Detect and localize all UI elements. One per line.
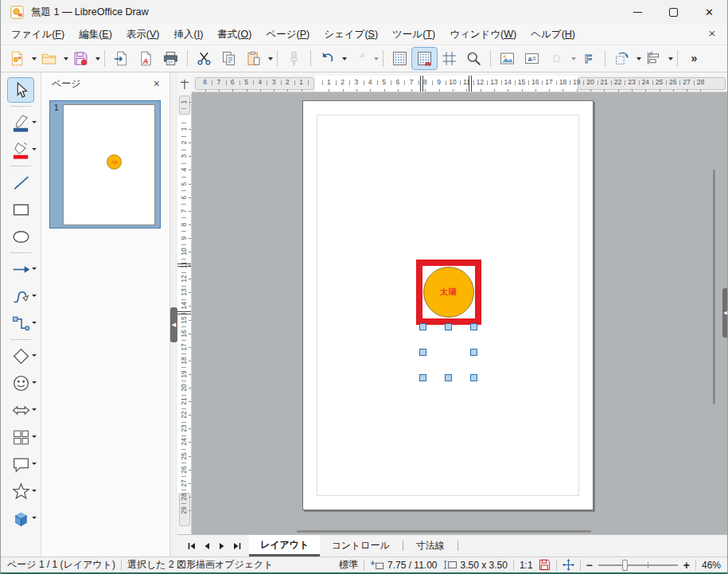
undo-button[interactable] bbox=[315, 48, 340, 69]
basic-shapes-tool[interactable] bbox=[2, 342, 39, 369]
menu-o[interactable]: 書式(O) bbox=[210, 25, 259, 44]
zoom-in-button[interactable]: + bbox=[683, 561, 690, 569]
selection-handle[interactable] bbox=[470, 323, 477, 330]
symbol-shapes-dropdown-arrow[interactable] bbox=[32, 381, 37, 384]
next-page-button[interactable] bbox=[214, 535, 229, 556]
open-button[interactable] bbox=[37, 48, 61, 69]
line-color-tool[interactable] bbox=[2, 109, 39, 136]
status-page-info[interactable]: ページ 1 / 1 (レイアウト) bbox=[7, 558, 115, 572]
selection-handle[interactable] bbox=[419, 374, 426, 381]
menu-v[interactable]: 表示(V) bbox=[119, 25, 167, 44]
print-button[interactable] bbox=[158, 48, 183, 69]
fill-color-tool[interactable] bbox=[2, 136, 39, 163]
insert-image-button[interactable] bbox=[495, 48, 520, 69]
select-tool[interactable] bbox=[2, 76, 39, 103]
selection-handle[interactable] bbox=[445, 374, 452, 381]
zoom-out-button[interactable]: − bbox=[586, 561, 593, 569]
horizontal-ruler[interactable]: 8765432112345678910111213141516171819202… bbox=[192, 76, 728, 92]
previous-page-button[interactable] bbox=[199, 535, 214, 556]
flowchart-tool[interactable] bbox=[2, 424, 39, 451]
block-arrows-dropdown-arrow[interactable] bbox=[32, 408, 37, 411]
page-thumbnail[interactable]: 1 太陽 bbox=[49, 100, 161, 228]
connectors-tool[interactable] bbox=[2, 310, 39, 337]
zoom-fit-page-button[interactable] bbox=[563, 559, 574, 571]
export-pdf-button[interactable]: A bbox=[134, 48, 158, 69]
rotate-button[interactable] bbox=[609, 48, 634, 69]
selection-handle[interactable] bbox=[419, 349, 426, 356]
align-button[interactable] bbox=[641, 48, 666, 69]
vertical-ruler[interactable]: 1123456789101112131415161718192021222324… bbox=[177, 94, 192, 533]
drawing-canvas[interactable]: 太陽 ◀ bbox=[192, 92, 728, 534]
paste-button[interactable] bbox=[241, 48, 266, 69]
callouts-tool[interactable] bbox=[2, 451, 39, 478]
insert-textbox-button[interactable]: A bbox=[520, 48, 544, 69]
new-document-button[interactable] bbox=[5, 48, 29, 69]
callouts-dropdown-arrow[interactable] bbox=[32, 463, 37, 465]
line-color-dropdown-arrow[interactable] bbox=[32, 121, 37, 123]
menu-e[interactable]: 編集(E) bbox=[72, 25, 119, 44]
document-modified-indicator[interactable] bbox=[539, 559, 551, 571]
3d-objects-dropdown-arrow[interactable] bbox=[32, 517, 37, 519]
menu-p[interactable]: ページ(P) bbox=[259, 25, 317, 44]
fontwork-button[interactable]: F bbox=[576, 48, 601, 69]
show-sidebar-handle[interactable]: ◀ bbox=[722, 288, 728, 338]
flowchart-dropdown-arrow[interactable] bbox=[32, 435, 37, 438]
status-scale[interactable]: 1:1 bbox=[520, 560, 533, 571]
menu-f[interactable]: ファイル(F) bbox=[4, 25, 72, 44]
redo-button[interactable] bbox=[347, 48, 372, 69]
insert-line-tool[interactable] bbox=[2, 169, 39, 196]
zoom-slider[interactable] bbox=[598, 560, 678, 571]
menu-t[interactable]: ツール(T) bbox=[385, 25, 442, 44]
basic-shapes-dropdown-arrow[interactable] bbox=[32, 354, 37, 357]
copy-button[interactable] bbox=[216, 48, 241, 69]
fill-color-dropdown-arrow[interactable] bbox=[32, 148, 37, 150]
stars-and-banners-tool[interactable] bbox=[2, 478, 39, 505]
maximize-button[interactable] bbox=[656, 0, 691, 24]
export-button[interactable] bbox=[109, 48, 134, 69]
helplines-button[interactable] bbox=[437, 48, 461, 69]
block-arrows-tool[interactable] bbox=[2, 396, 39, 424]
selection-handle[interactable] bbox=[445, 323, 452, 330]
more-toolbar-options-button[interactable]: » bbox=[682, 48, 707, 69]
tab-dimension-lines[interactable]: 寸法線 bbox=[405, 535, 456, 556]
hide-panel-handle[interactable]: ◀ bbox=[170, 307, 177, 342]
close-button[interactable]: ✕ bbox=[691, 0, 727, 24]
save-button[interactable] bbox=[68, 48, 93, 69]
stars-and-banners-dropdown-arrow[interactable] bbox=[32, 490, 37, 492]
sun-circle-shape[interactable]: 太陽 bbox=[423, 267, 474, 318]
connectors-dropdown-arrow[interactable] bbox=[32, 322, 37, 324]
save-dropdown-arrow[interactable] bbox=[95, 57, 100, 61]
menu-s[interactable]: シェイプ(S) bbox=[317, 25, 385, 44]
status-object-size[interactable]: 3.50 x 3.50 bbox=[443, 560, 508, 571]
curves-and-polygons-dropdown-arrow[interactable] bbox=[32, 295, 37, 297]
zoom-slider-thumb[interactable] bbox=[622, 560, 628, 571]
horizontal-scrollbar[interactable] bbox=[297, 530, 591, 533]
redo-dropdown-arrow[interactable] bbox=[374, 57, 379, 61]
rectangle-tool[interactable] bbox=[2, 196, 39, 223]
snap-to-grid-button[interactable] bbox=[412, 48, 437, 69]
selection-handle[interactable] bbox=[419, 323, 426, 330]
minimize-button[interactable] bbox=[620, 0, 656, 24]
last-page-button[interactable] bbox=[229, 535, 244, 556]
status-style-name[interactable]: 標準 bbox=[339, 558, 358, 572]
tab-layout[interactable]: レイアウト bbox=[249, 535, 320, 556]
zoom-percent[interactable]: 46% bbox=[702, 560, 721, 571]
pages-panel-close-icon[interactable]: × bbox=[154, 77, 160, 90]
clone-formatting-button[interactable] bbox=[282, 48, 306, 69]
menu-i[interactable]: 挿入(I) bbox=[167, 25, 211, 44]
zoom-button[interactable] bbox=[461, 48, 486, 69]
ellipse-tool[interactable] bbox=[2, 223, 39, 250]
vertical-scrollbar[interactable] bbox=[713, 170, 715, 404]
panel-splitter[interactable]: ◀ bbox=[169, 72, 177, 556]
symbol-shapes-tool[interactable] bbox=[2, 369, 39, 396]
selection-handle[interactable] bbox=[470, 374, 477, 381]
lines-and-arrows-dropdown-arrow[interactable] bbox=[32, 267, 37, 270]
menu-w[interactable]: ウィンドウ(W) bbox=[442, 25, 524, 44]
selection-handle[interactable] bbox=[470, 349, 477, 356]
first-page-button[interactable] bbox=[184, 535, 199, 556]
paste-dropdown-arrow[interactable] bbox=[268, 57, 273, 61]
tab-controls[interactable]: コントロール bbox=[320, 535, 400, 556]
status-cursor-position[interactable]: 7.75 / 11.00 bbox=[370, 560, 438, 571]
close-document-icon[interactable]: × bbox=[705, 26, 719, 40]
lines-and-arrows-tool[interactable] bbox=[2, 256, 39, 283]
